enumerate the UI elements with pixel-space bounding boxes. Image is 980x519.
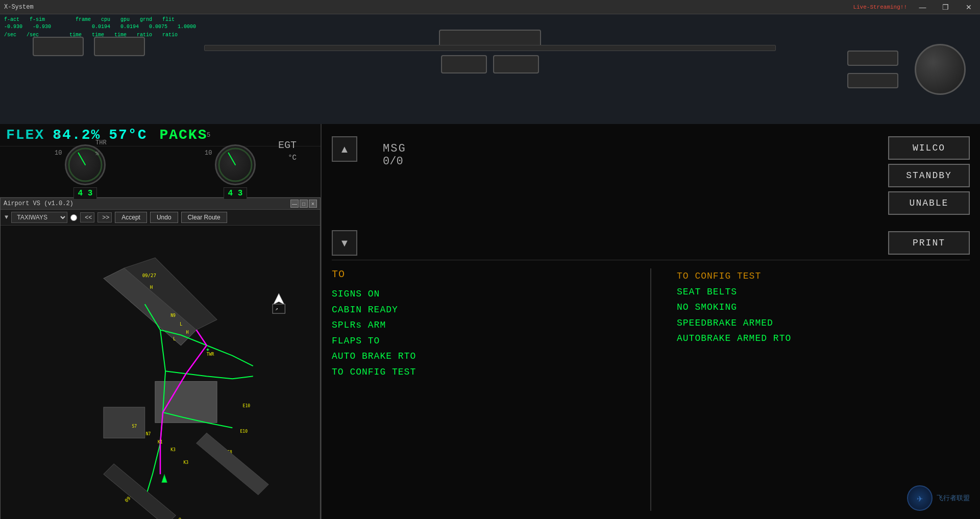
acars-top-section: ▲ MSG 0/0 WILCO STANDBY UNABLE bbox=[322, 124, 980, 226]
checklist-item-2: SPLRs ARM bbox=[332, 317, 625, 333]
stat-f-act-label: f-act bbox=[4, 16, 19, 23]
cockpit-center-btn-2[interactable] bbox=[441, 55, 487, 73]
acars-display: ▲ MSG 0/0 WILCO STANDBY UNABLE ▼ bbox=[322, 124, 980, 519]
gauge-right-top: 5 bbox=[207, 132, 210, 139]
print-button[interactable]: PRINT bbox=[888, 231, 970, 255]
vs-close-btn[interactable]: × bbox=[309, 200, 317, 208]
accept-btn[interactable]: Accept bbox=[115, 212, 147, 223]
acars-bottom-section: ▼ PRINT bbox=[322, 226, 980, 260]
airport-vs-window: Airport VS (v1.0.2) — □ × ▼ TAXIWAYS << … bbox=[0, 197, 321, 519]
msg-label: MSG bbox=[383, 142, 868, 155]
unable-button[interactable]: UNABLE bbox=[888, 191, 970, 215]
flex-header: FLEX 84.2% 57°C PACKS bbox=[0, 124, 321, 146]
stat-f-sim-value: -0.930 bbox=[33, 23, 51, 31]
cockpit-center-btn-3[interactable] bbox=[493, 55, 539, 73]
svg-text:H: H bbox=[186, 331, 188, 335]
restore-button[interactable]: ❐ bbox=[934, 0, 957, 14]
wilco-button[interactable]: WILCO bbox=[888, 136, 970, 160]
svg-text:L: L bbox=[180, 322, 182, 327]
packs-label: PACKS bbox=[159, 127, 207, 143]
msg-display: MSG 0/0 bbox=[373, 132, 878, 222]
stat-f-sim-label: f-sim bbox=[30, 16, 45, 23]
window-controls: — ❐ ✕ bbox=[911, 0, 980, 14]
left-gauge-container: 5 10 THR % 4 3 bbox=[65, 144, 106, 200]
stat-grnd-unit: ratio bbox=[137, 32, 152, 39]
checklist-item-5: TO CONFIG TEST bbox=[332, 364, 625, 380]
stat-f-sim-unit: /sec bbox=[27, 32, 39, 39]
undo-btn[interactable]: Undo bbox=[150, 212, 178, 223]
stats-bar: f-act f-sim frame cpu gpu grnd flit -0.9… bbox=[0, 14, 204, 41]
checklist-right: TO CONFIG TEST SEAT BELTS NO SMOKING SPE… bbox=[677, 268, 970, 511]
acars-scroll-up-area: ▲ bbox=[332, 132, 362, 222]
cockpit-main-knob[interactable] bbox=[915, 44, 966, 95]
watermark: ✈ 飞行者联盟 bbox=[907, 485, 970, 511]
stat-flit-unit: ratio bbox=[162, 32, 178, 39]
checklist-header-left: TO bbox=[332, 268, 625, 280]
main-content: FLEX 84.2% 57°C PACKS 5 10 THR bbox=[0, 124, 980, 519]
gauge-left-top: 5 bbox=[57, 132, 60, 139]
stat-gpu-value: 0.0194 bbox=[120, 23, 139, 31]
checklist-left: TO SIGNS ON CABIN READY SPLRs ARM FLAPS … bbox=[332, 268, 625, 511]
thr-unit: % bbox=[95, 151, 99, 157]
minimize-button[interactable]: — bbox=[911, 0, 934, 14]
stat-f-act-unit: /sec bbox=[4, 32, 16, 39]
right-gauge-circle bbox=[215, 144, 256, 185]
gauges-row: 5 10 THR % 4 3 5 10 bbox=[0, 146, 321, 197]
left-map-panel: FLEX 84.2% 57°C PACKS 5 10 THR bbox=[0, 124, 322, 519]
toolbar-radio[interactable] bbox=[70, 214, 77, 221]
svg-text:L: L bbox=[173, 337, 176, 341]
right-btn-2[interactable] bbox=[847, 73, 898, 88]
next-btn[interactable]: >> bbox=[97, 212, 112, 223]
stat-f-act-value: -0.930 bbox=[4, 23, 22, 31]
title-bar: X-System Live-Streaming!! — ❐ ✕ bbox=[0, 0, 980, 14]
right-fms-panel: ▲ MSG 0/0 WILCO STANDBY UNABLE ▼ bbox=[322, 124, 980, 519]
airport-vs-toolbar: ▼ TAXIWAYS << >> Accept Undo Clear Route bbox=[1, 210, 320, 226]
stat-grnd-label: grnd bbox=[140, 16, 152, 23]
stat-cpu-unit: time bbox=[92, 32, 104, 39]
svg-text:N7: N7 bbox=[146, 432, 151, 436]
standby-button[interactable]: STANDBY bbox=[888, 164, 970, 187]
checklist-vertical-divider bbox=[650, 268, 651, 511]
svg-text:S7: S7 bbox=[132, 424, 137, 429]
svg-text:E10: E10 bbox=[240, 429, 248, 434]
vs-minimize-btn[interactable]: — bbox=[290, 200, 299, 208]
checklist-header-right: TO CONFIG TEST bbox=[677, 268, 970, 284]
svg-text:09/27: 09/27 bbox=[142, 273, 156, 278]
checklist-right-item-1: NO SMOKING bbox=[677, 300, 970, 315]
left-gauge-circle bbox=[65, 144, 106, 185]
thr-label: THR bbox=[95, 139, 107, 146]
msg-count: 0/0 bbox=[383, 155, 868, 168]
watermark-logo: ✈ bbox=[907, 485, 933, 511]
right-btn-1[interactable] bbox=[847, 51, 898, 66]
watermark-text: 飞行者联盟 bbox=[937, 493, 970, 503]
svg-text:K3: K3 bbox=[183, 460, 188, 465]
left-gauge-value: 4 3 bbox=[74, 187, 97, 200]
egt-unit: °C bbox=[288, 154, 297, 162]
stat-gpu-label: gpu bbox=[120, 16, 130, 23]
scroll-up-button[interactable]: ▲ bbox=[332, 136, 357, 162]
clear-route-btn[interactable]: Clear Route bbox=[181, 212, 227, 223]
close-button[interactable]: ✕ bbox=[957, 0, 980, 14]
scroll-down-button[interactable]: ▼ bbox=[332, 230, 357, 256]
stat-gpu-unit: time bbox=[114, 32, 127, 39]
svg-text:↗: ↗ bbox=[275, 306, 278, 311]
center-cockpit-controls bbox=[337, 14, 643, 124]
stat-cpu-label: cpu bbox=[101, 16, 110, 23]
prev-btn[interactable]: << bbox=[80, 212, 94, 223]
checklist-item-4: AUTO BRAKE RTO bbox=[332, 349, 625, 364]
map-svg: 09/27 H N9 L H L S7 N7 K1 K3 K3 09-27 14… bbox=[1, 226, 320, 519]
gauge-right-10: 10 bbox=[205, 150, 212, 157]
vs-restore-btn[interactable]: □ bbox=[300, 200, 308, 208]
checklist-right-item-3: AUTOBRAKE ARMED RTO bbox=[677, 331, 970, 347]
stat-flit-label: flit bbox=[162, 16, 175, 23]
taxiways-dropdown[interactable]: TAXIWAYS bbox=[11, 212, 67, 223]
stat-flit-value: 1.0000 bbox=[178, 23, 196, 31]
watermark-icon: ✈ bbox=[917, 492, 923, 505]
flex-temp: 57°C bbox=[109, 127, 147, 143]
live-stream-label: Live-Streaming!! bbox=[853, 4, 907, 10]
window-title: X-System bbox=[0, 4, 34, 11]
svg-text:✦: ✦ bbox=[206, 345, 210, 353]
gauge-left-10: 10 bbox=[55, 150, 62, 157]
svg-text:E10: E10 bbox=[243, 404, 251, 408]
stat-grnd-value: 0.0075 bbox=[149, 23, 167, 31]
